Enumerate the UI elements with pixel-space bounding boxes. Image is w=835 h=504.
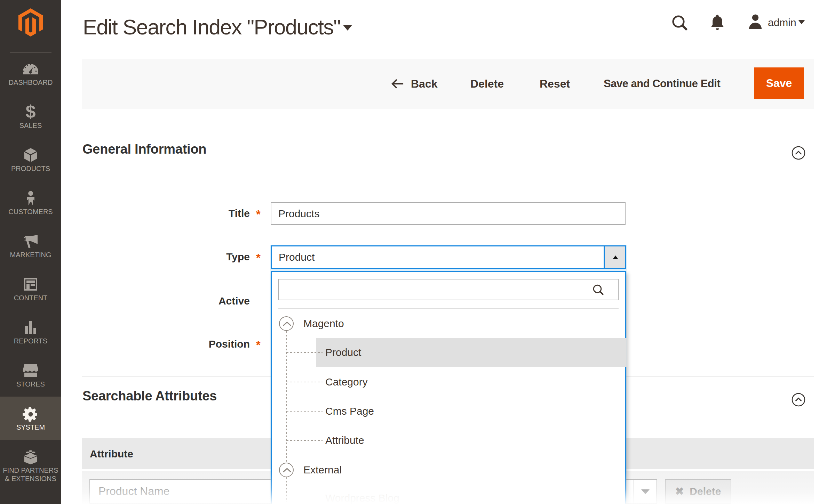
- svg-text:$: $: [25, 104, 35, 120]
